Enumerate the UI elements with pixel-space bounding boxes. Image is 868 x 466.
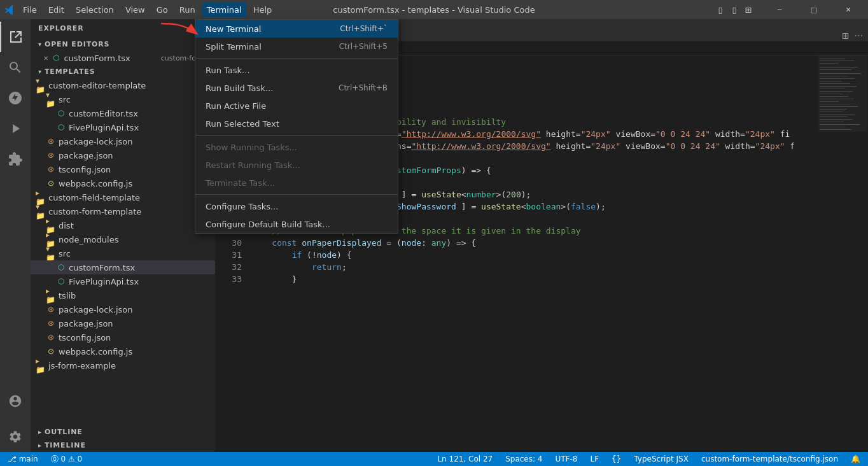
- menu-item-run-task[interactable]: Run Task...: [195, 61, 398, 79]
- run-selected-text-label: Run Selected Text: [206, 119, 279, 129]
- run-task-label: Run Task...: [206, 66, 250, 75]
- menu-item-show-running-tasks: Show Running Tasks...: [195, 138, 398, 156]
- configure-tasks-label: Configure Tasks...: [206, 202, 278, 211]
- separator-3: [195, 194, 398, 195]
- menu-item-configure-tasks[interactable]: Configure Tasks...: [195, 197, 398, 215]
- run-active-file-label: Run Active File: [206, 101, 266, 111]
- configure-default-build-task-label: Configure Default Build Task...: [206, 220, 330, 229]
- new-terminal-label: New Terminal: [206, 24, 261, 34]
- menu-backdrop[interactable]: New Terminal Ctrl+Shift+` Split Terminal…: [0, 0, 868, 466]
- separator-1: [195, 58, 398, 59]
- menu-item-run-build-task[interactable]: Run Build Task... Ctrl+Shift+B: [195, 79, 398, 97]
- restart-running-task-label: Restart Running Task...: [206, 160, 300, 170]
- separator-2: [195, 135, 398, 136]
- menu-item-terminate-task: Terminate Task...: [195, 174, 398, 192]
- terminate-task-label: Terminate Task...: [206, 178, 275, 188]
- new-terminal-shortcut: Ctrl+Shift+`: [340, 24, 388, 33]
- run-build-task-label: Run Build Task...: [206, 83, 273, 93]
- menu-item-run-selected-text[interactable]: Run Selected Text: [195, 115, 398, 132]
- terminal-dropdown-menu: New Terminal Ctrl+Shift+` Split Terminal…: [195, 19, 398, 234]
- menu-item-configure-default-build-task[interactable]: Configure Default Build Task...: [195, 215, 398, 233]
- menu-item-new-terminal[interactable]: New Terminal Ctrl+Shift+`: [195, 20, 398, 38]
- run-build-task-shortcut: Ctrl+Shift+B: [339, 83, 388, 92]
- menu-item-restart-running-task: Restart Running Task...: [195, 156, 398, 174]
- show-running-tasks-label: Show Running Tasks...: [206, 143, 297, 152]
- split-terminal-shortcut: Ctrl+Shift+5: [339, 42, 388, 51]
- menu-item-split-terminal[interactable]: Split Terminal Ctrl+Shift+5: [195, 38, 398, 55]
- menu-item-run-active-file[interactable]: Run Active File: [195, 97, 398, 115]
- split-terminal-label: Split Terminal: [206, 42, 262, 52]
